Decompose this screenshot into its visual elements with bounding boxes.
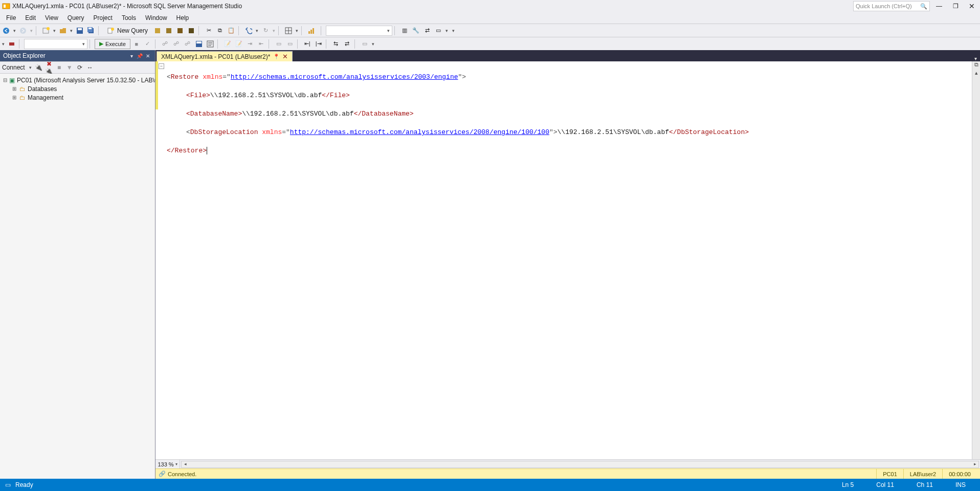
menu-view[interactable]: View (41, 13, 62, 23)
save-all-button[interactable] (86, 25, 96, 36)
showplan-button[interactable]: ☍ (160, 38, 170, 50)
new-project-dropdown[interactable]: ▾ (52, 28, 57, 33)
undo-button[interactable] (243, 25, 254, 36)
target-db-combo[interactable]: ▾ (24, 39, 87, 49)
menu-window[interactable]: Window (141, 13, 171, 23)
tab-pin-icon[interactable]: 📍 (273, 54, 279, 59)
q-overflow-right[interactable]: ▾ (371, 41, 375, 47)
object-explorer-tree[interactable]: ⊟ ▣ PC01 (Microsoft Analysis Server 15.0… (0, 74, 155, 479)
toggle-2[interactable]: ⇄ (342, 38, 352, 50)
xmla-query-button[interactable] (186, 25, 196, 36)
svg-rect-25 (196, 41, 202, 43)
scroll-right-icon[interactable]: ▸ (971, 461, 978, 467)
connect-dropdown[interactable]: ▾ (28, 65, 33, 70)
panel-pin-button[interactable]: 📌 (136, 53, 144, 59)
menu-edit[interactable]: Edit (21, 13, 40, 23)
nav-back-button[interactable] (1, 25, 11, 36)
horizontal-scrollbar[interactable]: ◂ ▸ (181, 461, 979, 468)
open-file-dropdown[interactable]: ▾ (69, 28, 74, 33)
expand-icon[interactable]: ⊞ (11, 86, 17, 92)
results-to-text-button[interactable] (205, 38, 215, 50)
nav-fwd-history-dropdown[interactable]: ▾ (29, 28, 34, 33)
uncomment-button[interactable]: 📝 (234, 38, 244, 50)
execute-button[interactable]: ▶ Execute (95, 39, 130, 49)
copy-button[interactable]: ⧉ (215, 25, 225, 36)
collapse-icon[interactable]: ⊟ (3, 77, 7, 83)
overflow-dropdown-1[interactable]: ▾ (451, 28, 456, 33)
tree-server-node[interactable]: ⊟ ▣ PC01 (Microsoft Analysis Server 15.0… (3, 76, 152, 84)
include-actual-plan-button[interactable]: ☍ (171, 38, 182, 50)
connect-icon[interactable]: 🔌 (35, 64, 43, 71)
decrease-indent-button[interactable]: |⇥ (314, 38, 324, 50)
tree-databases-node[interactable]: ⊞ 🗀 Databases (3, 84, 152, 93)
grid-dropdown[interactable]: ▾ (295, 28, 299, 33)
minimize-window-button[interactable]: — (932, 3, 946, 10)
zoom-level-combo[interactable]: 133 %▾ (155, 460, 180, 468)
restore-window-button[interactable]: ❐ (948, 3, 963, 10)
results-to-grid-button[interactable] (194, 38, 204, 50)
dmx-query-button[interactable] (175, 25, 185, 36)
activity-button[interactable] (306, 25, 317, 36)
save-button[interactable] (75, 25, 85, 36)
window-layout-icon[interactable]: ▭ (3, 481, 12, 488)
tree-management-node[interactable]: ⊞ 🗀 Management (3, 93, 152, 102)
live-stats-button[interactable]: ☍ (183, 38, 193, 50)
paste-button[interactable]: 📋 (226, 25, 236, 36)
tool-icon-1[interactable]: ▥ (399, 25, 410, 36)
q-overflow-left[interactable]: ▾ (1, 41, 6, 47)
outline-collapse-button[interactable]: − (159, 63, 164, 69)
nav-forward-button[interactable] (18, 25, 28, 36)
undo-dropdown[interactable]: ▾ (255, 28, 259, 33)
outdent-button[interactable]: ⇤ (256, 38, 266, 50)
menu-file[interactable]: File (2, 13, 20, 23)
new-query-button[interactable]: New Query (103, 25, 151, 36)
close-window-button[interactable]: ✕ (965, 2, 979, 10)
qt-3[interactable]: ▭ (360, 38, 370, 50)
open-file-button[interactable] (58, 25, 68, 36)
tab-overflow-dropdown[interactable]: ▾ (971, 56, 980, 61)
redo-dropdown[interactable]: ▾ (272, 28, 276, 33)
stop-connect-icon[interactable]: ■ (55, 64, 63, 71)
tool-icon-3[interactable]: ⇄ (422, 25, 432, 36)
redo-button[interactable]: ↻ (260, 25, 271, 36)
quick-launch-input[interactable]: Quick Launch (Ctrl+Q) 🔍 (853, 1, 930, 11)
qt-2[interactable]: ▭ (285, 38, 295, 50)
tool-icon-4-dropdown[interactable]: ▾ (444, 28, 449, 33)
expand-icon[interactable]: ⊞ (11, 95, 17, 100)
grid-button[interactable] (283, 25, 294, 36)
scroll-left-icon[interactable]: ◂ (182, 461, 189, 467)
new-project-button[interactable] (41, 25, 51, 36)
de-query-button[interactable] (152, 25, 163, 36)
comment-button[interactable]: 📝 (222, 38, 233, 50)
connection-time: 00:00:00 (942, 469, 977, 479)
mdx-query-button[interactable] (164, 25, 174, 36)
panel-position-dropdown[interactable]: ▾ (127, 53, 136, 59)
editor-scrollbar-right[interactable]: ⧉ ▴ (972, 61, 980, 459)
refresh-icon[interactable]: ⟳ (76, 64, 84, 71)
indent-button[interactable]: ⇥ (245, 38, 255, 50)
increase-indent-button[interactable]: ⇤| (302, 38, 313, 50)
tool-icon-4[interactable]: ▭ (433, 25, 443, 36)
qt-1[interactable]: ▭ (274, 38, 284, 50)
tab-close-button[interactable]: ✕ (282, 53, 288, 60)
stop-button[interactable]: ■ (131, 38, 142, 50)
menu-project[interactable]: Project (90, 13, 117, 23)
scroll-up-button[interactable]: ▴ (972, 70, 980, 78)
document-tab-active[interactable]: XMLAQuery1.xmla - PC01 (LAB\user2)* 📍 ✕ (157, 51, 293, 61)
menu-query[interactable]: Query (63, 13, 88, 23)
toggle-1[interactable]: ⇆ (331, 38, 341, 50)
cut-button[interactable]: ✂ (204, 25, 214, 36)
code-editor[interactable]: − <Restore xmlns="http://schemas.microso… (155, 61, 972, 459)
split-view-button[interactable]: ⧉ (972, 61, 980, 70)
parse-button[interactable]: ✓ (143, 38, 153, 50)
panel-close-button[interactable]: ✕ (144, 53, 152, 59)
database-selector-combo[interactable]: ▾ (326, 26, 392, 36)
tool-icon-2[interactable]: 🔧 (411, 25, 421, 36)
nav-back-history-dropdown[interactable]: ▾ (12, 28, 17, 33)
filter-icon[interactable]: ▼ (65, 64, 74, 71)
sync-icon[interactable]: ↔ (86, 64, 94, 71)
disconnect-icon[interactable]: ✖🔌 (45, 60, 53, 75)
menu-tools[interactable]: Tools (118, 13, 140, 23)
menu-help[interactable]: Help (172, 13, 193, 23)
connection-selector-button[interactable] (7, 38, 17, 50)
